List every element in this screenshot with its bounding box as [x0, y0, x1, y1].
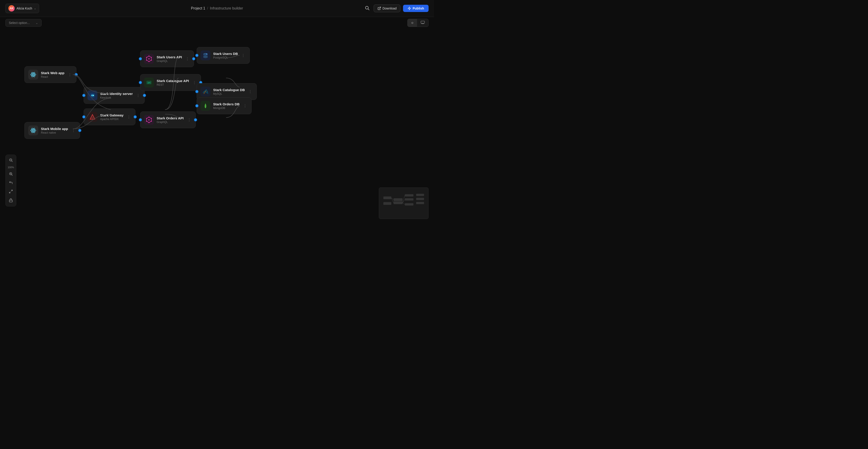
- graphql-icon: [144, 54, 154, 64]
- svg-point-43: [206, 53, 207, 55]
- node-web-app[interactable]: Stark Web app React ⋮: [24, 66, 76, 83]
- view-toggle: ○: [407, 19, 429, 27]
- node-users-db-input-dot: [195, 54, 198, 57]
- node-web-app-sub: React: [41, 75, 64, 79]
- node-gateway-name: Stark Gateway: [100, 113, 123, 117]
- download-button[interactable]: Download: [374, 4, 400, 12]
- svg-line-1: [368, 9, 369, 10]
- node-mobile-app[interactable]: Stark Mobile app React native ⋮: [24, 122, 80, 139]
- node-catalogue-db-name: Stark Catalogue DB: [213, 88, 245, 92]
- svg-rect-56: [383, 202, 391, 205]
- svg-point-33: [151, 118, 152, 119]
- svg-rect-62: [416, 194, 424, 196]
- download-label: Download: [382, 6, 397, 10]
- svg-point-26: [146, 60, 147, 61]
- svg-rect-4: [421, 21, 425, 23]
- header-center: Project 1 / Infrastructure builder: [191, 6, 243, 10]
- node-mobile-app-sub: React native: [41, 131, 68, 134]
- node-mobile-app-menu[interactable]: ⋮: [71, 128, 76, 133]
- node-catalogue-api[interactable]: API Stark Catalogue API REST ⋮: [140, 74, 201, 91]
- node-catalogue-db-input-dot: [195, 90, 198, 93]
- node-users-db-name: Stark Users DB: [213, 52, 238, 56]
- node-web-app-menu[interactable]: ⋮: [67, 72, 72, 77]
- node-users-api-info: Stark Users API GraphQL: [157, 55, 182, 63]
- node-users-db-info: Stark Users DB PostgreSQL: [213, 52, 238, 59]
- node-orders-db[interactable]: Stark Orders DB MongoDB ⋮: [197, 97, 252, 114]
- header: AK Alicia Koch ⌄ Project 1 / Infrastruct…: [0, 0, 434, 17]
- node-orders-api-info: Stark Orders API GraphQL: [157, 116, 184, 124]
- node-identity-sub: Keycloak: [100, 96, 133, 99]
- svg-rect-57: [394, 198, 403, 201]
- zoom-level-label: 100%: [8, 166, 14, 169]
- mini-map-svg: [381, 190, 426, 217]
- header-left: AK Alicia Koch ⌄: [5, 4, 39, 13]
- node-catalogue-api-info: Stark Catalogue API REST: [157, 79, 189, 86]
- node-identity-menu[interactable]: ⋮: [135, 93, 141, 98]
- svg-point-37: [146, 118, 147, 119]
- view-screen-button[interactable]: [417, 19, 428, 27]
- keycloak-icon: [88, 90, 97, 100]
- toolbar-row: Select option... ⌄ ○: [0, 17, 434, 29]
- user-name: Alicia Koch: [17, 6, 32, 10]
- svg-point-34: [151, 121, 152, 122]
- select-option-dropdown[interactable]: Select option... ⌄: [5, 19, 41, 27]
- publish-button[interactable]: Publish: [403, 5, 429, 12]
- canvas[interactable]: Select option... ⌄ ○: [0, 17, 434, 224]
- node-catalogue-api-name: Stark Catalogue API: [157, 79, 189, 83]
- svg-line-66: [391, 198, 394, 203]
- graphql-orders-icon: [144, 115, 154, 125]
- undo-button[interactable]: [7, 180, 14, 186]
- svg-point-44: [206, 92, 207, 93]
- node-users-api-menu[interactable]: ⋮: [185, 56, 190, 61]
- node-catalogue-api-menu[interactable]: ⋮: [192, 80, 197, 85]
- node-users-db-menu[interactable]: ⋮: [241, 53, 246, 58]
- svg-point-36: [146, 121, 147, 122]
- node-orders-api-name: Stark Orders API: [157, 116, 184, 120]
- node-orders-db-menu[interactable]: ⋮: [242, 103, 248, 109]
- lock-button[interactable]: [7, 198, 14, 204]
- node-gateway-info: Stark Gateway Apache APISIX: [100, 113, 123, 121]
- publish-label: Publish: [412, 6, 424, 10]
- node-catalogue-api-sub: REST: [157, 83, 189, 86]
- svg-line-68: [403, 200, 405, 203]
- node-users-api-name: Stark Users API: [157, 55, 182, 59]
- zoom-in-button[interactable]: [7, 171, 14, 177]
- svg-rect-60: [405, 198, 413, 201]
- svg-point-23: [151, 57, 152, 58]
- node-gateway-sub: Apache APISIX: [100, 118, 123, 121]
- svg-line-69: [403, 203, 405, 204]
- svg-point-38: [148, 119, 149, 120]
- zoom-out-button[interactable]: [7, 157, 14, 164]
- node-orders-db-sub: MongoDB: [213, 107, 240, 110]
- view-circle-button[interactable]: ○: [408, 19, 417, 27]
- mongodb-icon: [200, 101, 211, 111]
- node-orders-api-menu[interactable]: ⋮: [186, 117, 192, 123]
- user-selector[interactable]: AK Alicia Koch ⌄: [5, 4, 39, 13]
- node-gateway[interactable]: Stark Gateway Apache APISIX ⋮: [84, 109, 135, 125]
- svg-rect-64: [416, 202, 424, 204]
- node-gateway-menu[interactable]: ⋮: [126, 114, 131, 120]
- node-orders-db-name: Stark Orders DB: [213, 102, 240, 106]
- chevron-down-icon: ⌄: [34, 7, 36, 10]
- node-users-api-input-dot: [139, 57, 142, 60]
- svg-line-52: [11, 190, 12, 191]
- node-orders-db-input-dot: [195, 104, 198, 108]
- node-web-app-output-dot: [74, 73, 78, 76]
- avatar: AK: [8, 5, 15, 11]
- node-identity-name: Stark Identity server: [100, 92, 133, 96]
- react-icon: [28, 70, 38, 80]
- svg-marker-20: [91, 116, 94, 119]
- node-orders-api[interactable]: Stark Orders API GraphQL ⋮: [140, 112, 196, 128]
- node-identity[interactable]: Stark Identity server Keycloak ⋮: [84, 87, 145, 104]
- svg-rect-54: [9, 200, 12, 202]
- search-button[interactable]: [363, 4, 371, 13]
- node-web-app-info: Stark Web app React: [41, 71, 64, 79]
- svg-rect-61: [405, 203, 413, 206]
- node-users-api[interactable]: Stark Users API GraphQL ⋮: [140, 51, 194, 67]
- react-native-icon: [28, 125, 38, 136]
- rest-icon: API: [144, 78, 154, 88]
- node-catalogue-api-input-dot: [139, 81, 142, 84]
- node-users-db[interactable]: Stark Users DB PostgreSQL ⋮: [197, 47, 250, 64]
- node-catalogue-db-menu[interactable]: ⋮: [248, 89, 253, 94]
- fit-view-button[interactable]: [7, 188, 14, 195]
